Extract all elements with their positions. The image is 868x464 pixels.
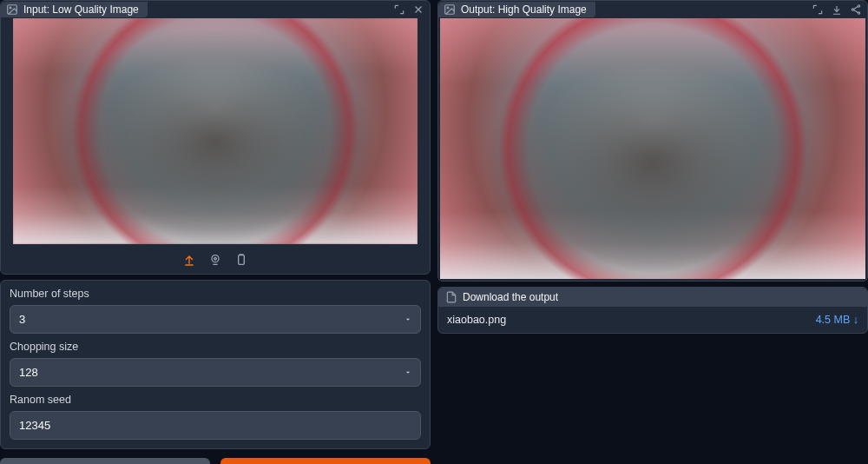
file-row[interactable]: xiaobao.png 4.5 MB ↓ [438, 307, 867, 333]
chopping-field: Chopping size [10, 341, 421, 387]
file-icon [445, 291, 457, 303]
input-image-area[interactable] [1, 18, 430, 248]
image-icon [444, 3, 456, 16]
output-image [440, 18, 865, 279]
input-panel-header: Input: Low Quality Image [1, 1, 430, 18]
input-image [13, 18, 418, 244]
output-panel-header: Output: High Quality Image [438, 1, 867, 18]
close-icon[interactable] [412, 3, 424, 16]
svg-point-1 [10, 7, 11, 9]
button-row: Clear Submit [0, 458, 431, 464]
steps-select[interactable] [10, 305, 421, 334]
webcam-icon[interactable] [208, 253, 222, 267]
clipboard-icon[interactable] [234, 253, 248, 267]
share-icon[interactable] [850, 3, 862, 16]
svg-rect-4 [239, 255, 245, 265]
upload-icon[interactable] [182, 253, 196, 267]
image-icon [6, 3, 18, 16]
seed-field: Ranom seed [10, 394, 421, 440]
expand-icon[interactable] [812, 3, 824, 16]
clear-button[interactable]: Clear [0, 458, 210, 464]
input-panel-title-wrap: Input: Low Quality Image [1, 2, 148, 17]
svg-point-6 [447, 7, 449, 9]
input-image-toolbar [1, 248, 430, 274]
controls-panel: Number of steps Chopping size Ranom seed [0, 280, 431, 449]
svg-point-9 [858, 12, 859, 14]
expand-icon[interactable] [393, 3, 405, 16]
svg-point-7 [858, 5, 859, 7]
download-icon[interactable] [831, 3, 843, 16]
input-panel-title: Input: Low Quality Image [23, 3, 139, 16]
svg-point-3 [214, 257, 217, 260]
download-header: Download the output [438, 288, 867, 307]
file-size[interactable]: 4.5 MB ↓ [816, 314, 858, 326]
file-name: xiaobao.png [447, 314, 506, 326]
output-panel-title: Output: High Quality Image [461, 3, 587, 16]
download-panel: Download the output xiaobao.png 4.5 MB ↓ [437, 287, 868, 334]
svg-point-2 [212, 255, 219, 262]
output-image-panel: Output: High Quality Image [437, 0, 868, 282]
output-panel-title-wrap: Output: High Quality Image [438, 2, 595, 17]
download-title: Download the output [463, 291, 558, 303]
chopping-label: Chopping size [10, 341, 421, 353]
svg-point-8 [852, 9, 853, 10]
seed-label: Ranom seed [10, 394, 421, 406]
submit-button[interactable]: Submit [220, 458, 431, 464]
steps-label: Number of steps [10, 288, 421, 300]
steps-field: Number of steps [10, 288, 421, 334]
output-panel-actions [806, 3, 867, 16]
seed-input[interactable] [10, 411, 421, 440]
left-column: Input: Low Quality Image [0, 0, 431, 464]
right-column: Output: High Quality Image Do [437, 0, 868, 464]
output-image-area[interactable] [438, 18, 867, 281]
chopping-select[interactable] [10, 358, 421, 387]
input-image-panel: Input: Low Quality Image [0, 0, 431, 275]
input-panel-actions [388, 3, 430, 16]
